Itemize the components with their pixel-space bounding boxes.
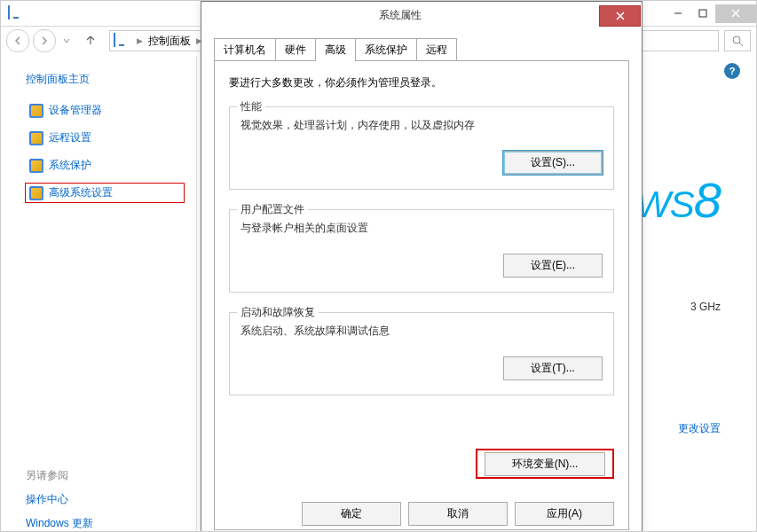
close-button[interactable] bbox=[715, 4, 756, 23]
apply-button[interactable]: 应用(A) bbox=[515, 502, 614, 526]
dialog-bottom-buttons: 确定 取消 应用(A) bbox=[215, 497, 628, 529]
cpu-ghz-text: 3 GHz bbox=[690, 301, 721, 313]
computer-icon bbox=[8, 6, 22, 20]
cancel-button[interactable]: 取消 bbox=[408, 502, 508, 526]
dialog-title: 系统属性 bbox=[201, 8, 599, 23]
tab-hardware[interactable]: 硬件 bbox=[275, 38, 316, 61]
dialog-titlebar: 系统属性 bbox=[201, 2, 642, 28]
shield-icon bbox=[29, 104, 43, 118]
window-buttons bbox=[666, 4, 756, 23]
group-legend: 用户配置文件 bbox=[237, 202, 308, 217]
profiles-settings-button[interactable]: 设置(E)... bbox=[503, 254, 603, 278]
sidebar-item-label: 高级系统设置 bbox=[49, 185, 113, 200]
ws-digit: 8 bbox=[694, 172, 721, 228]
maximize-button[interactable] bbox=[690, 4, 715, 23]
help-icon[interactable]: ? bbox=[724, 63, 740, 79]
sidebar-item-device-manager[interactable]: 设备管理器 bbox=[26, 101, 184, 120]
sidebar-item-remote-settings[interactable]: 远程设置 bbox=[26, 129, 184, 147]
svg-rect-1 bbox=[699, 10, 706, 17]
shield-icon bbox=[29, 186, 43, 200]
sidebar-item-label: 系统保护 bbox=[49, 158, 91, 173]
group-startup-recovery: 启动和故障恢复 系统启动、系统故障和调试信息 设置(T)... bbox=[229, 312, 614, 395]
forward-button[interactable] bbox=[33, 29, 56, 52]
sidebar-item-label: 远程设置 bbox=[49, 130, 91, 145]
svg-line-5 bbox=[739, 43, 743, 46]
sidebar-item-label: 设备管理器 bbox=[49, 103, 102, 118]
group-performance: 性能 视觉效果，处理器计划，内存使用，以及虚拟内存 设置(S)... bbox=[229, 106, 614, 190]
windows-8-logo-text: WS8 bbox=[635, 171, 721, 229]
tab-system-protection[interactable]: 系统保护 bbox=[355, 38, 417, 61]
see-also-header: 另请参阅 bbox=[26, 468, 184, 483]
back-button[interactable] bbox=[6, 29, 29, 52]
ok-button[interactable]: 确定 bbox=[302, 502, 401, 526]
shield-icon bbox=[29, 159, 43, 173]
see-also-windows-update[interactable]: Windows 更新 bbox=[26, 516, 184, 531]
group-desc: 视觉效果，处理器计划，内存使用，以及虚拟内存 bbox=[241, 118, 603, 133]
environment-variables-row: 环境变量(N)... bbox=[476, 452, 614, 476]
history-dropdown-icon[interactable] bbox=[63, 35, 75, 47]
dialog-close-button[interactable] bbox=[599, 5, 641, 27]
performance-settings-button[interactable]: 设置(S)... bbox=[503, 151, 603, 175]
tab-remote[interactable]: 远程 bbox=[416, 38, 457, 61]
sidebar-item-system-protection[interactable]: 系统保护 bbox=[26, 156, 184, 175]
group-legend: 性能 bbox=[237, 99, 265, 114]
startup-settings-button[interactable]: 设置(T)... bbox=[503, 356, 603, 380]
group-legend: 启动和故障恢复 bbox=[237, 305, 319, 320]
see-also-action-center[interactable]: 操作中心 bbox=[26, 492, 184, 507]
tab-computer-name[interactable]: 计算机名 bbox=[214, 38, 276, 61]
dialog-tabs: 计算机名 硬件 高级 系统保护 远程 bbox=[214, 37, 642, 60]
up-button[interactable] bbox=[84, 34, 104, 49]
group-desc: 系统启动、系统故障和调试信息 bbox=[241, 324, 603, 339]
sidebar-item-advanced-system-settings[interactable]: 高级系统设置 bbox=[26, 184, 184, 202]
change-settings-link[interactable]: 更改设置 bbox=[678, 421, 721, 436]
computer-icon bbox=[114, 34, 128, 48]
ws-text: WS bbox=[635, 184, 694, 225]
chevron-right-icon: ▶ bbox=[137, 36, 143, 45]
breadcrumb-item[interactable]: 控制面板 bbox=[148, 34, 191, 49]
sidebar: 控制面板主页 设备管理器 远程设置 系统保护 高级系统设置 另请参阅 操作中心 … bbox=[1, 56, 196, 531]
tab-advanced[interactable]: 高级 bbox=[315, 38, 356, 61]
environment-variables-button[interactable]: 环境变量(N)... bbox=[485, 452, 605, 476]
system-properties-dialog: 系统属性 计算机名 硬件 高级 系统保护 远程 要进行大多数更改，你必须作为管理… bbox=[201, 1, 643, 532]
control-panel-home-link[interactable]: 控制面板主页 bbox=[26, 72, 184, 87]
highlight-box: 环境变量(N)... bbox=[476, 449, 614, 479]
admin-required-text: 要进行大多数更改，你必须作为管理员登录。 bbox=[229, 75, 614, 90]
group-desc: 与登录帐户相关的桌面设置 bbox=[241, 221, 603, 236]
search-input[interactable] bbox=[724, 30, 751, 51]
tab-panel-advanced: 要进行大多数更改，你必须作为管理员登录。 性能 视觉效果，处理器计划，内存使用，… bbox=[214, 60, 629, 530]
svg-point-4 bbox=[733, 36, 740, 43]
group-user-profiles: 用户配置文件 与登录帐户相关的桌面设置 设置(E)... bbox=[229, 209, 614, 293]
shield-icon bbox=[29, 131, 43, 145]
minimize-button[interactable] bbox=[666, 4, 690, 23]
